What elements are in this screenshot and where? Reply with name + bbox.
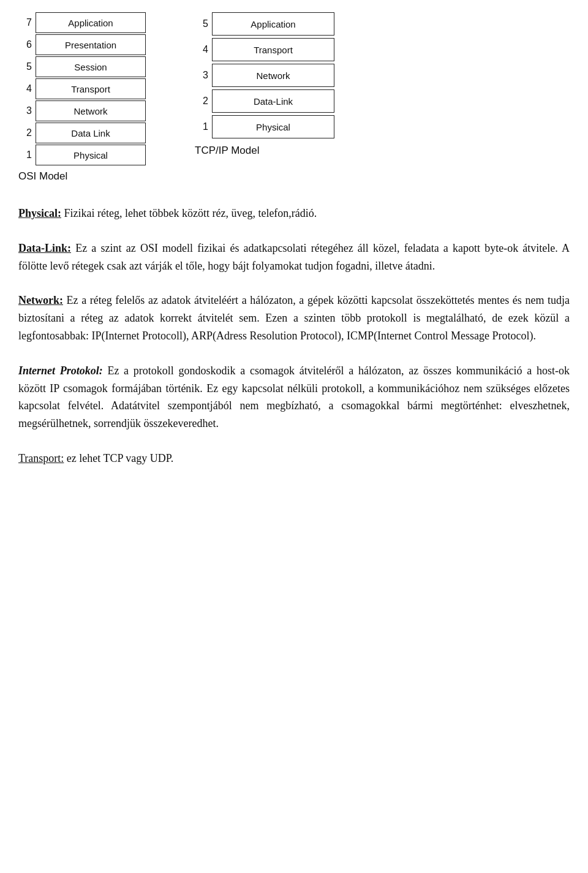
- osi-label: OSI Model: [18, 170, 67, 183]
- tcp-layer-row: 5Application: [195, 12, 334, 36]
- transport-paragraph: Transport: ez lehet TCP vagy UDP.: [18, 450, 570, 467]
- physical-paragraph: Physical: Fizikai réteg, lehet többek kö…: [18, 205, 570, 222]
- internet-protokol-term: Internet Protokol:: [18, 365, 103, 377]
- layer-number: 5: [18, 61, 32, 72]
- osi-model: 7Application6Presentation5Session4Transp…: [18, 12, 146, 183]
- tcp-layer-row: 3Network: [195, 64, 334, 87]
- layer-label: Network: [212, 64, 334, 87]
- datalink-paragraph: Data-Link: Ez a szint az OSI modell fizi…: [18, 240, 570, 275]
- layer-label: Network: [36, 100, 146, 121]
- network-paragraph: Network: Ez a réteg felelős az adatok át…: [18, 292, 570, 344]
- layer-label: Transport: [212, 38, 334, 61]
- layer-number: 6: [18, 39, 32, 50]
- layer-number: 4: [18, 83, 32, 94]
- layer-number: 3: [18, 105, 32, 116]
- layer-number: 2: [195, 96, 208, 107]
- osi-layer-row: 7Application: [18, 12, 146, 33]
- diagram-section: 7Application6Presentation5Session4Transp…: [18, 12, 570, 183]
- osi-layer-row: 2Data Link: [18, 123, 146, 143]
- physical-term: Physical:: [18, 207, 61, 219]
- osi-layer-row: 5Session: [18, 56, 146, 77]
- layer-label: Physical: [36, 145, 146, 165]
- content-section: Physical: Fizikai réteg, lehet többek kö…: [18, 205, 570, 467]
- osi-layer-row: 6Presentation: [18, 34, 146, 55]
- layer-number: 1: [195, 121, 208, 132]
- layer-label: Session: [36, 56, 146, 77]
- layer-number: 7: [18, 17, 32, 28]
- tcp-layer-row: 1Physical: [195, 115, 334, 138]
- transport-text: ez lehet TCP vagy UDP.: [64, 452, 173, 464]
- osi-layer-row: 3Network: [18, 100, 146, 121]
- network-term: Network:: [18, 294, 63, 306]
- physical-text: Fizikai réteg, lehet többek között réz, …: [61, 207, 317, 219]
- layer-number: 1: [18, 149, 32, 161]
- layer-number: 3: [195, 70, 208, 81]
- internet-protokol-paragraph: Internet Protokol: Ez a protokoll gondos…: [18, 362, 570, 433]
- layer-label: Transport: [36, 78, 146, 99]
- tcp-model: 5Application4Transport3Network2Data-Link…: [195, 12, 334, 157]
- osi-layer-row: 1Physical: [18, 145, 146, 165]
- datalink-term: Data-Link:: [18, 242, 71, 254]
- layer-number: 4: [195, 44, 208, 55]
- layer-number: 5: [195, 18, 208, 29]
- osi-layers: 7Application6Presentation5Session4Transp…: [18, 12, 146, 167]
- osi-layer-row: 4Transport: [18, 78, 146, 99]
- layer-label: Physical: [212, 115, 334, 138]
- layer-label: Application: [212, 12, 334, 36]
- layer-label: Presentation: [36, 34, 146, 55]
- network-text: Ez a réteg felelős az adatok átviteléért…: [18, 294, 570, 342]
- tcp-layer-row: 4Transport: [195, 38, 334, 61]
- transport-term: Transport:: [18, 452, 64, 464]
- layer-label: Application: [36, 12, 146, 33]
- layer-label: Data Link: [36, 123, 146, 143]
- tcp-layer-row: 2Data-Link: [195, 89, 334, 113]
- datalink-text: Ez a szint az OSI modell fizikai és adat…: [18, 242, 570, 272]
- layer-number: 2: [18, 127, 32, 138]
- layer-label: Data-Link: [212, 89, 334, 113]
- tcp-label: TCP/IP Model: [195, 145, 260, 157]
- tcp-layers: 5Application4Transport3Network2Data-Link…: [195, 12, 334, 141]
